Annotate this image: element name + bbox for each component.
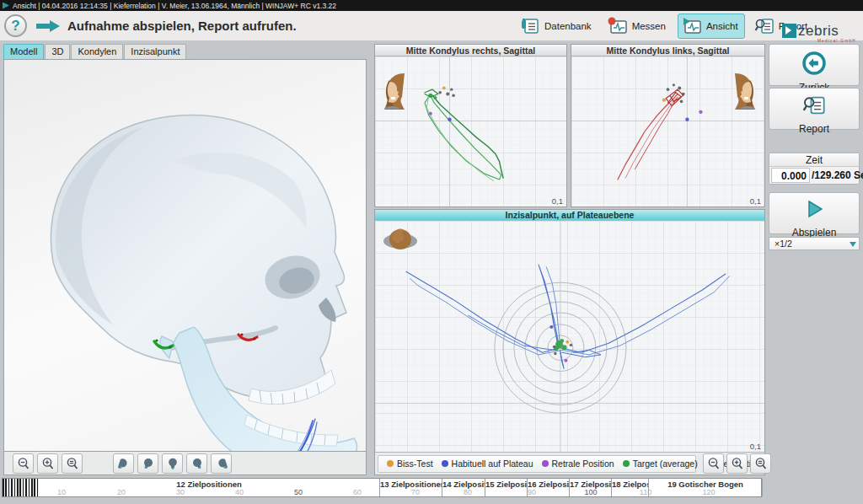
magnifier-plus-icon xyxy=(41,457,55,470)
time-total: /129.260 Sek xyxy=(812,169,863,181)
tab-kondylen[interactable]: Kondylen xyxy=(71,44,123,59)
condyle-left-title: Mitte Kondylus links, Sagittal xyxy=(571,45,764,56)
model-panel: Modell 3D Kondylen Inzisalpunkt xyxy=(3,44,367,475)
timeline-tick-label: 100 xyxy=(584,488,597,496)
chart-legend: Biss-TestHabituell auf PlateauRetrale Po… xyxy=(378,455,696,473)
tab-3d[interactable]: 3D xyxy=(45,44,70,59)
view-half-right-button[interactable] xyxy=(186,453,207,474)
legend-dot-icon xyxy=(623,460,630,467)
legend-item: Habituell auf Plateau xyxy=(442,458,533,469)
zoom-in-button[interactable] xyxy=(726,453,748,474)
help-button[interactable]: ? xyxy=(4,14,27,37)
legend-bar: Biss-TestHabituell auf PlateauRetrale Po… xyxy=(375,452,764,475)
toolbar-button-ansicht[interactable]: Ansicht xyxy=(678,13,745,39)
model-toolbar xyxy=(3,452,367,475)
zebris-logo-icon xyxy=(782,24,796,38)
report-button[interactable]: Report xyxy=(769,88,860,130)
zebris-logo: zebris Medical GmbH xyxy=(782,24,856,43)
zoom-reset-button[interactable] xyxy=(62,453,83,474)
tab-inzisalpunkt[interactable]: Inzisalpunkt xyxy=(124,44,186,59)
condyle-right-panel: Mitte Kondylus rechts, Sagittal 0,1 xyxy=(374,44,567,207)
timeline-tick-label: 10 xyxy=(57,488,66,496)
tab-modell[interactable]: Modell xyxy=(3,44,44,59)
timeline[interactable]: 12 Zielpositionen13 Zielpositionen14 Zie… xyxy=(2,478,762,497)
zoom-reset-button[interactable] xyxy=(750,453,771,474)
time-group: Zeit /129.260 Sek xyxy=(769,153,860,185)
timeline-tick-label: 110 xyxy=(640,488,651,496)
legend-item: Retrale Position xyxy=(542,458,614,469)
timeline-tick-label: 60 xyxy=(353,488,362,496)
condyle-left-chart: 0,1 xyxy=(571,56,764,206)
head-top-view-icon xyxy=(382,228,419,253)
legend-dot-icon xyxy=(542,460,549,467)
timeline-section-label: 15 Zielpositionen xyxy=(485,480,527,489)
back-arrow-icon xyxy=(802,51,826,75)
zoom-in-button[interactable] xyxy=(37,453,58,474)
view-half-left-button[interactable] xyxy=(137,453,158,474)
magnifier-minus-icon xyxy=(17,457,30,470)
head-half-right-icon xyxy=(190,457,204,470)
app-icon xyxy=(3,3,9,9)
magnifier-minus-icon xyxy=(707,457,721,470)
time-value-input[interactable] xyxy=(771,168,810,183)
view-front-button[interactable] xyxy=(162,453,183,474)
back-button[interactable]: Zurück xyxy=(769,44,860,86)
timeline-tick-label: 50 xyxy=(294,488,303,496)
condyle-right-title: Mitte Kondylus rechts, Sagittal xyxy=(375,45,566,56)
head-right-icon xyxy=(215,457,228,470)
timeline-tick-label: 30 xyxy=(176,488,185,496)
help-bar: ? Aufnahme abspielen, Report aufrufen. D… xyxy=(0,11,863,40)
timeline-tick-label: 80 xyxy=(464,488,472,496)
speed-dropdown[interactable]: ×1/2 xyxy=(769,237,860,250)
incisal-chart: 0,1 xyxy=(375,221,764,452)
incisal-panel: Inzisalpunkt, auf Plateauebene 0,1 Biss-… xyxy=(374,209,765,475)
zebris-subtitle: Medical GmbH xyxy=(782,39,856,43)
main-toolbar: Datenbank Messen Ansicht xyxy=(516,11,814,40)
incisal-title: Inzisalpunkt, auf Plateauebene xyxy=(375,210,764,221)
skull-render xyxy=(4,60,366,451)
scale-label: 0,1 xyxy=(552,196,563,206)
timeline-tick-label: 20 xyxy=(117,488,126,496)
timeline-compressed-sections[interactable] xyxy=(3,479,39,496)
window-title: Ansicht | 04.04.2016 12:14:35 | Kieferre… xyxy=(13,2,336,10)
magnifier-reset-icon xyxy=(66,457,79,470)
condyle-right-chart: 0,1 xyxy=(375,56,566,206)
timeline-tick-label: 120 xyxy=(702,488,715,496)
view-play-icon xyxy=(682,17,702,35)
timeline-tick-label: 70 xyxy=(411,488,420,496)
timeline-tick-label: 40 xyxy=(235,488,244,496)
report-icon xyxy=(754,17,775,35)
profile-face-left-icon xyxy=(725,72,760,110)
zoom-out-button[interactable] xyxy=(703,453,724,474)
time-label: Zeit xyxy=(769,153,859,167)
instruction-text: Aufnahme abspielen, Report aufrufen. xyxy=(67,19,297,33)
chevron-down-icon xyxy=(850,242,856,247)
window-titlebar: Ansicht | 04.04.2016 12:14:35 | Kieferre… xyxy=(0,0,863,11)
legend-item: Biss-Test xyxy=(387,458,433,469)
magnifier-plus-icon xyxy=(731,457,744,470)
timeline-tick-label: 90 xyxy=(528,488,536,496)
view-left-button[interactable] xyxy=(113,453,134,474)
legend-item: Target (average) xyxy=(623,458,698,469)
timeline-section-label: 12 Zielpositionen xyxy=(39,480,379,489)
head-front-icon xyxy=(166,457,180,470)
database-icon xyxy=(520,17,540,35)
measure-icon xyxy=(608,17,628,35)
legend-dot-icon xyxy=(387,460,394,467)
head-left-icon xyxy=(117,457,131,470)
scale-label: 0,1 xyxy=(750,196,761,206)
scale-label: 0,1 xyxy=(750,442,761,451)
toolbar-button-messen[interactable]: Messen xyxy=(603,13,673,39)
magnifier-reset-icon xyxy=(754,457,768,470)
timeline-section[interactable]: 15 Zielpositionen xyxy=(485,479,528,496)
arrow-right-icon xyxy=(35,19,61,33)
zoom-out-button[interactable] xyxy=(13,453,34,474)
timeline-section[interactable]: 12 Zielpositionen xyxy=(39,479,380,496)
toolbar-button-datenbank[interactable]: Datenbank xyxy=(516,13,598,39)
view-tabs: Modell 3D Kondylen Inzisalpunkt xyxy=(3,44,367,59)
play-button[interactable]: Abspielen xyxy=(769,192,860,234)
view-right-button[interactable] xyxy=(211,453,232,474)
profile-face-right-icon xyxy=(379,72,415,110)
skull-3d-view[interactable] xyxy=(3,59,367,452)
incisal-zoom-controls xyxy=(703,453,771,474)
